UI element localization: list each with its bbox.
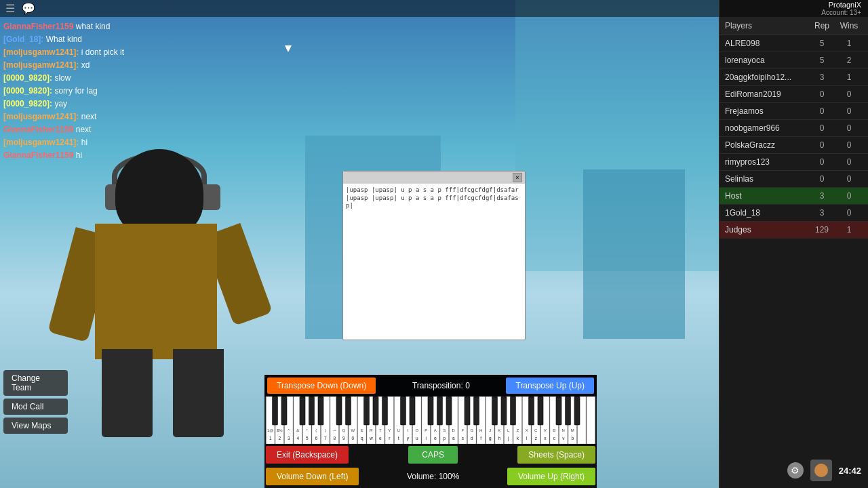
svg-text:-=: -= <box>332 428 336 432</box>
svg-text:O: O <box>415 428 418 432</box>
chat-text-3: xd <box>81 60 90 70</box>
svg-text:R: R <box>370 428 373 432</box>
svg-text:): ) <box>325 428 326 432</box>
svg-rect-106 <box>300 396 305 425</box>
player-row-4: Frejaamos 0 0 <box>719 103 868 120</box>
player-name-11: Judges <box>725 225 808 235</box>
game-topbar: ☰ 💬 <box>0 0 719 17</box>
svg-rect-122 <box>501 396 507 425</box>
svg-rect-126 <box>556 396 561 425</box>
svg-text:j: j <box>507 436 509 441</box>
player-name-6: PolskaGraczz <box>725 140 808 150</box>
player-wins-7: 0 <box>835 157 863 167</box>
volume-down-button[interactable]: Volume Down (Left) <box>266 468 359 485</box>
player-row-0: ALRE098 5 1 <box>719 35 868 52</box>
sheets-button[interactable]: Sheets (Space) <box>517 446 595 464</box>
chat-name-1: [Gold_18]: <box>3 35 43 44</box>
player-row-3: EdiRoman2019 0 0 <box>719 86 868 103</box>
svg-text:b: b <box>571 436 574 441</box>
char-torso <box>95 224 217 359</box>
player-row-5: noobgamer966 0 0 <box>719 120 868 137</box>
svg-text:C: C <box>534 428 538 432</box>
change-team-button[interactable]: Change Team <box>3 370 68 396</box>
svg-text:0: 0 <box>351 436 354 441</box>
svg-rect-123 <box>510 396 515 425</box>
svg-rect-116 <box>428 396 433 425</box>
sheet-popup: × |upasp |upasp| u p a s a p fff|dfcgcfd… <box>342 171 526 340</box>
svg-text:2: 2 <box>278 436 281 441</box>
svg-text:w: w <box>369 436 373 441</box>
svg-rect-127 <box>565 396 570 425</box>
wins-col-header: Wins <box>835 21 863 30</box>
svg-rect-114 <box>400 396 406 425</box>
player-name-4: Frejaamos <box>725 106 808 116</box>
chat-name-6: [0000_9820]: <box>3 99 52 108</box>
menu-icon[interactable]: ☰ <box>5 2 15 15</box>
volume-label: Volume: 100% <box>407 472 459 481</box>
svg-rect-124 <box>528 396 534 425</box>
players-col-header: Players <box>725 21 808 30</box>
player-rep-9: 3 <box>808 191 835 201</box>
svg-text:V: V <box>544 428 547 432</box>
svg-rect-110 <box>345 396 351 425</box>
svg-rect-108 <box>318 396 323 425</box>
bottom-buttons-row: Exit (Backspace) CAPS Sheets (Space) <box>264 444 597 466</box>
svg-rect-117 <box>437 396 442 425</box>
right-panel: ProtagniX Account: 13+ Players Rep Wins … <box>719 0 868 488</box>
svg-text:d: d <box>471 436 473 441</box>
player-name-5: noobgamer966 <box>725 123 808 133</box>
transposition-label: Transposition: 0 <box>412 381 470 390</box>
player-row-1: lorenayoca 5 2 <box>719 52 868 69</box>
player-row-2: 20aggkfoipiho12... 3 1 <box>719 69 868 86</box>
player-row-7: rimypros123 0 0 <box>719 154 868 171</box>
player-wins-1: 2 <box>835 56 863 65</box>
player-rep-7: 0 <box>808 157 835 167</box>
svg-text:Z: Z <box>516 428 519 432</box>
chat-name-5: [0000_9820]: <box>3 86 52 96</box>
player-rep-6: 0 <box>808 140 835 150</box>
chat-text-2: i dont pick it <box>81 47 124 57</box>
player-row-6: PolskaGraczz 0 0 <box>719 137 868 154</box>
chat-line-0: GiannaFisher1159 what kind <box>3 20 207 33</box>
popup-close-button[interactable]: × <box>513 173 522 182</box>
chat-line-2: [moljusgamw1241]: i dont pick it <box>3 46 207 58</box>
volume-up-button[interactable]: Volume Up (Right) <box>507 468 595 485</box>
mod-call-button[interactable]: Mod Call <box>3 399 68 415</box>
chat-line-1: [Gold_18]: What kind <box>3 33 207 45</box>
players-list: ALRE098 5 1 lorenayoca 5 2 20aggkfoipiho… <box>719 35 868 239</box>
caps-button[interactable]: CAPS <box>408 446 458 464</box>
svg-rect-104 <box>272 396 277 425</box>
svg-text:5: 5 <box>306 436 309 441</box>
player-name-2: 20aggkfoipiho12... <box>725 73 808 82</box>
clock-display: 24:42 <box>839 466 861 476</box>
svg-text:&: & <box>296 428 299 432</box>
piano-svg: 1@1$%2^3&4*5(6)7-=8Q9W0EqRwTeYrUtIyOuPiA… <box>266 396 595 444</box>
player-name-9: Host <box>725 191 808 201</box>
svg-text:3: 3 <box>288 436 290 441</box>
svg-rect-115 <box>410 396 415 425</box>
svg-text:o: o <box>434 436 437 441</box>
svg-text:K: K <box>498 428 500 432</box>
exit-button[interactable]: Exit (Backspace) <box>266 446 349 464</box>
chat-name-4: [0000_9820]: <box>3 73 52 83</box>
player-name-7: rimypros123 <box>725 157 808 167</box>
transpose-up-button[interactable]: Transpose Up (Up) <box>506 378 594 394</box>
svg-text:G: G <box>470 428 473 432</box>
view-maps-button[interactable]: View Maps <box>3 418 68 434</box>
chat-icon[interactable]: 💬 <box>22 2 35 15</box>
sheet-popup-header: × <box>343 171 525 184</box>
svg-text:4: 4 <box>296 436 299 441</box>
player-avatar <box>810 460 832 481</box>
svg-text:J: J <box>489 428 491 432</box>
settings-gear-icon[interactable]: ⚙ <box>787 462 804 479</box>
sheet-content: |upasp |upasp| u p a s a p fff|dfcgcfdgf… <box>343 184 525 213</box>
svg-rect-112 <box>373 396 378 425</box>
bottom-right-area: ⚙ 24:42 <box>787 460 861 481</box>
chat-name-2: [moljusgamw1241]: <box>3 47 79 57</box>
svg-rect-120 <box>473 396 479 425</box>
player-wins-2: 1 <box>835 73 863 82</box>
svg-text:A: A <box>434 428 437 432</box>
player-rep-11: 129 <box>808 225 835 235</box>
player-name-10: 1Gold_18 <box>725 208 808 218</box>
transpose-down-button[interactable]: Transpose Down (Down) <box>267 378 376 394</box>
